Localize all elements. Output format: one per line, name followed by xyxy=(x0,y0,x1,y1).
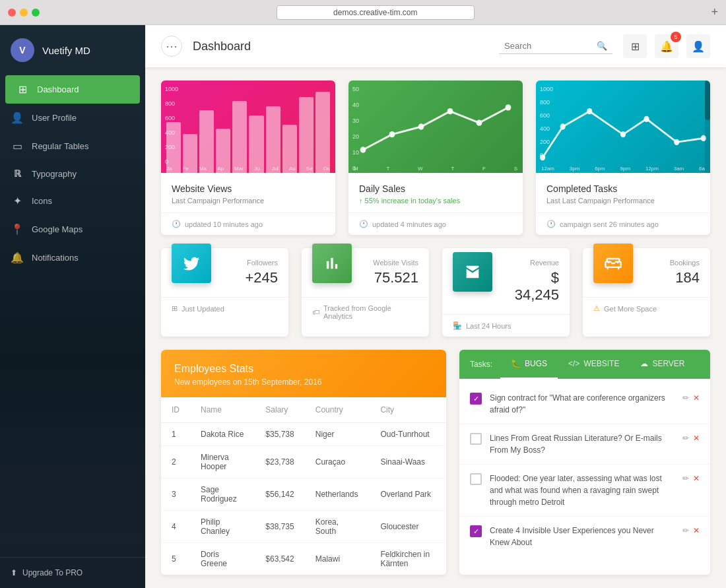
mini-card-top: Revenue $ 34,245 xyxy=(442,248,570,314)
sidebar-item-icons[interactable]: ✦ Icons xyxy=(0,187,145,215)
sidebar-item-regular-tables[interactable]: ▭ Regular Tables xyxy=(0,132,145,160)
url-display[interactable]: demos.creative-tim.com xyxy=(277,5,475,20)
stat-sub: Last Last Campaign Performance xyxy=(546,197,700,205)
menu-button[interactable]: ⋯ xyxy=(161,36,182,57)
task-delete-button[interactable]: ✕ xyxy=(693,434,700,443)
cell-id: 1 xyxy=(161,423,190,446)
tab-server[interactable]: ☁ SERVER xyxy=(630,350,695,379)
cell-city: Oud-Tunrhout xyxy=(370,423,446,446)
sidebar-item-label: Google Maps xyxy=(32,224,82,234)
bar xyxy=(249,115,263,173)
task-checkbox[interactable] xyxy=(470,473,482,485)
svg-point-11 xyxy=(674,139,679,145)
stat-footer: 🕐 updated 4 minutes ago xyxy=(348,212,523,235)
cell-name: Doris Greene xyxy=(190,543,255,575)
search-input[interactable] xyxy=(504,41,597,51)
task-edit-button[interactable]: ✏ xyxy=(682,526,689,535)
daily-sales-card: 50 40 30 20 10 0 xyxy=(348,81,523,235)
chart-icon xyxy=(312,244,352,283)
svg-point-7 xyxy=(560,123,566,129)
line-chart-svg xyxy=(348,81,523,173)
address-bar: demos.creative-tim.com xyxy=(45,5,706,20)
task-actions: ✏ ✕ xyxy=(682,434,700,443)
task-text: Flooded: One year later, assessing what … xyxy=(490,473,675,508)
maximize-button[interactable] xyxy=(32,9,40,16)
task-delete-button[interactable]: ✕ xyxy=(693,474,700,483)
notifications-button[interactable]: 🔔 5 xyxy=(655,34,678,58)
user-profile-button[interactable]: 👤 xyxy=(686,34,710,58)
scrollbar-thumb[interactable] xyxy=(705,81,710,120)
notifications-nav-icon: 🔔 xyxy=(11,251,24,264)
mini-stats-info: Bookings 184 xyxy=(644,259,700,286)
new-tab-button[interactable]: + xyxy=(711,5,718,19)
typography-icon: ℝ xyxy=(11,168,24,179)
task-checkbox[interactable]: ✓ xyxy=(470,525,482,537)
task-checkbox[interactable]: ✓ xyxy=(470,393,482,405)
website-views-chart: 1000 800 600 400 200 0 xyxy=(161,81,335,173)
table-row: 2 Minerva Hooper $23,738 Curaçao Sinaai-… xyxy=(161,446,446,478)
bookings-card: Bookings 184 ⚠ Get More Space xyxy=(583,248,710,337)
sidebar-item-google-maps[interactable]: 📍 Google Maps xyxy=(0,215,145,244)
col-city: City xyxy=(370,397,446,423)
website-views-info: Website Views Last Campaign Performance xyxy=(161,173,335,212)
followers-card: Followers +245 ⊞ Just Updated xyxy=(161,248,288,337)
sidebar-item-user-profile[interactable]: 👤 User Profile xyxy=(0,104,145,132)
stats-row: 1000 800 600 400 200 0 xyxy=(161,81,710,235)
search-icon[interactable]: 🔍 xyxy=(597,41,607,51)
grid-view-button[interactable]: ⊞ xyxy=(623,34,647,58)
person-icon: 👤 xyxy=(692,40,705,53)
bar xyxy=(232,101,247,173)
employees-card: Employees Stats New employees on 15th Se… xyxy=(161,350,446,575)
table-row: 3 Sage Rodriguez $56,142 Netherlands Ove… xyxy=(161,478,446,511)
update-icon: ⊞ xyxy=(172,304,178,313)
sidebar-item-typography[interactable]: ℝ Typography xyxy=(0,160,145,187)
mini-stat-label: Bookings xyxy=(644,259,700,267)
cell-country: Curaçao xyxy=(305,446,370,478)
mini-stat-label: Website Visits xyxy=(362,259,418,267)
sidebar-item-dashboard[interactable]: ⊞ Dashboard xyxy=(5,75,140,104)
sidebar-brand: Vuetify MD xyxy=(42,45,90,56)
header: ⋯ Dashboard 🔍 ⊞ 🔔 5 👤 xyxy=(145,25,726,67)
tab-bugs[interactable]: 🐛 BUGS xyxy=(500,350,558,379)
tab-website[interactable]: </> WEBSITE xyxy=(558,350,630,379)
cell-country: Korea, South xyxy=(305,511,370,543)
task-text: Lines From Great Russian Literature? Or … xyxy=(490,432,675,456)
daily-sales-info: Daily Sales ↑ 55% increase in today's sa… xyxy=(348,173,523,212)
task-edit-button[interactable]: ✏ xyxy=(682,393,689,403)
task-edit-button[interactable]: ✏ xyxy=(682,434,689,443)
sidebar-header: V Vuetify MD xyxy=(0,25,145,75)
table-row: 5 Doris Greene $63,542 Malawi Feldkirche… xyxy=(161,543,446,575)
tasks-label: Tasks: xyxy=(470,350,492,378)
completed-tasks-info: Completed Tasks Last Last Campaign Perfo… xyxy=(536,173,710,212)
bar xyxy=(299,97,314,173)
bell-icon: 🔔 xyxy=(660,40,673,53)
stat-sub: ↑ 55% increase in today's sales xyxy=(359,197,512,205)
task-checkbox[interactable] xyxy=(470,433,482,445)
header-actions: ⊞ 🔔 5 👤 xyxy=(623,34,710,58)
sidebar-item-notifications[interactable]: 🔔 Notifications xyxy=(0,244,145,272)
minimize-button[interactable] xyxy=(20,9,28,16)
main-area: ⋯ Dashboard 🔍 ⊞ 🔔 5 👤 xyxy=(145,25,726,588)
cell-city: Gloucester xyxy=(370,511,446,543)
col-id: ID xyxy=(161,397,190,423)
completed-tasks-card: 1000 800 600 400 200 0 xyxy=(536,81,710,235)
stat-label: Daily Sales xyxy=(359,183,512,194)
svg-point-3 xyxy=(447,108,453,114)
list-item: Flooded: One year later, assessing what … xyxy=(459,465,710,517)
upgrade-button[interactable]: ⬆ Upgrade To PRO xyxy=(11,568,135,577)
cell-city: Overland Park xyxy=(370,478,446,511)
task-delete-button[interactable]: ✕ xyxy=(693,393,700,403)
task-actions: ✏ ✕ xyxy=(682,526,700,535)
mini-stats-info: Website Visits 75.521 xyxy=(362,259,418,286)
sofa-icon xyxy=(593,244,633,283)
mini-stats-info: Followers +245 xyxy=(222,259,278,286)
bar xyxy=(266,106,280,173)
clock-icon: 🕐 xyxy=(172,220,181,228)
mini-card-top: Followers +245 xyxy=(161,248,288,297)
browser-chrome: demos.creative-tim.com + xyxy=(0,0,726,25)
cell-salary: $23,738 xyxy=(255,446,304,478)
dashboard-icon: ⊞ xyxy=(16,83,29,96)
task-edit-button[interactable]: ✏ xyxy=(682,474,689,483)
task-delete-button[interactable]: ✕ xyxy=(693,526,700,535)
close-button[interactable] xyxy=(8,9,16,16)
